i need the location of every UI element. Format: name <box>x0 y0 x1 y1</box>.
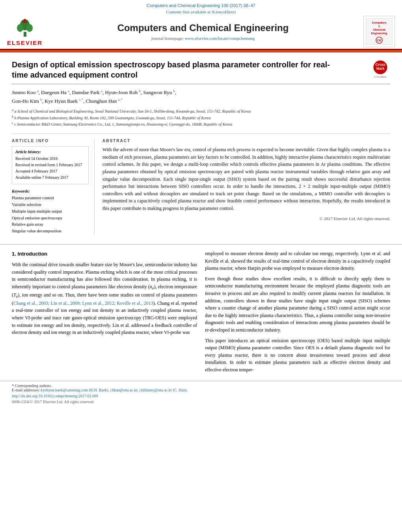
svg-point-3 <box>26 24 33 32</box>
svg-rect-5 <box>24 19 26 22</box>
received-date: Received 14 October 2016 <box>15 156 85 162</box>
contents-link: Contents lists available at ScienceDirec… <box>0 9 402 14</box>
available-date: Available online 7 February 2017 <box>15 174 85 181</box>
page: Computers and Chemical Engineering 100 (… <box>0 0 402 532</box>
authors-line: Junmo Koo a, Daegeun Ha a, Damdae Park a… <box>12 88 390 106</box>
abstract-text: With the advent of more than Moore's law… <box>102 146 390 212</box>
volume-text: Computers and Chemical Engineering 100 (… <box>147 3 255 8</box>
doi-line[interactable]: http://dx.doi.org/10.1016/j.compchemeng.… <box>0 392 402 400</box>
volume-line: Computers and Chemical Engineering 100 (… <box>0 3 402 8</box>
intro-para1: With the continual drive towards smaller… <box>12 261 197 336</box>
corresponding-authors-note: * Corresponding authors. <box>12 384 390 388</box>
keywords-title: Keywords: <box>12 189 89 193</box>
affiliation-c: c c Semiconductor R&D Center, Samsung El… <box>12 121 390 127</box>
keywords-section: Keywords: Plasma parameter control Varia… <box>12 189 89 235</box>
keyword-1: Plasma parameter control <box>12 195 89 202</box>
sciencedirect-link[interactable]: ScienceDirect <box>212 9 236 14</box>
body-text-section: 1. Introduction With the continual drive… <box>0 250 402 377</box>
accepted-date: Accepted 4 February 2017 <box>15 168 85 174</box>
crossmark[interactable]: Cross Mark CrossMark <box>370 59 390 79</box>
doi-url[interactable]: http://dx.doi.org/10.1016/j.compchemeng.… <box>12 394 98 398</box>
abstract-col: ABSTRACT With the advent of more than Mo… <box>102 139 390 235</box>
svg-text:CE: CE <box>377 39 382 42</box>
elsevier-logo: ELSEVIER <box>7 17 43 46</box>
cce-logo-icon: Computers & Chemical Engineering CE <box>366 18 393 45</box>
keyword-2: Variable selection <box>12 202 89 208</box>
journal-logo-right: Computers & Chemical Engineering CE <box>363 16 395 47</box>
copyright-line: © 2017 Elsevier Ltd. All rights reserved… <box>102 216 390 221</box>
article-info-col: ARTICLE INFO Article history: Received 1… <box>12 139 95 235</box>
journal-title: Computers and Chemical Engineering <box>43 22 363 34</box>
article-info-abstract-section: ARTICLE INFO Article history: Received 1… <box>12 133 390 235</box>
article-title: Design of optical emission spectroscopy … <box>12 59 343 80</box>
ref-chang-2003[interactable]: Chang et al., 2003; Lin et al., 2009; Ly… <box>13 300 153 306</box>
issn-line: 0098-1354/© 2017 Elsevier Ltd. All right… <box>0 400 402 404</box>
history-title: Article history: <box>15 150 85 154</box>
affiliation-a: a a School of Chemical and Biological En… <box>12 108 390 114</box>
crossmark-icon: Cross Mark <box>373 60 387 74</box>
elsevier-wordmark: ELSEVIER <box>7 39 43 46</box>
body-col-right: employed to measure electron density and… <box>205 250 390 377</box>
email-line: E-mail addresses: kyehyun.baek@samsung.c… <box>12 388 390 392</box>
svg-text:&: & <box>378 25 380 28</box>
received-revised-date: Received in revised form 1 February 2017 <box>15 162 85 168</box>
keyword-5: Relative gain array <box>12 221 89 228</box>
article-title-section: Design of optical emission spectroscopy … <box>12 59 390 84</box>
affiliation-b: b b Plasma Application Laboratory, Build… <box>12 115 390 121</box>
intro-heading: 1. Introduction <box>12 250 197 258</box>
contents-text: Contents lists available at <box>166 9 210 14</box>
header-center: Computers and Chemical Engineering journ… <box>43 22 363 41</box>
svg-text:Computers: Computers <box>372 21 387 24</box>
crossmark-label: CrossMark <box>374 75 386 78</box>
article-info-label: ARTICLE INFO <box>12 139 89 143</box>
body-col-left: 1. Introduction With the continual drive… <box>12 250 197 377</box>
article-history-box: Article history: Received 14 October 201… <box>12 146 89 184</box>
header-main: ELSEVIER Computers and Chemical Engineer… <box>0 16 402 47</box>
journal-header: Computers and Chemical Engineering 100 (… <box>0 0 402 52</box>
intro-para3: Even though those studies show excellent… <box>205 275 390 334</box>
footnote-area: * Corresponding authors. E-mail addresse… <box>0 381 402 392</box>
keyword-4: Optical emission spectroscopy <box>12 215 89 222</box>
section-divider <box>0 244 402 245</box>
intro-para4: This paper introduces an optical emissio… <box>205 337 390 374</box>
svg-text:Engineering: Engineering <box>371 32 387 35</box>
svg-text:Mark: Mark <box>376 67 385 70</box>
svg-text:Chemical: Chemical <box>373 28 385 31</box>
content-area: Design of optical emission spectroscopy … <box>0 52 402 239</box>
homepage-label: journal homepage: <box>151 36 184 41</box>
intro-para2: employed to measure electron density and… <box>205 250 390 272</box>
journal-homepage: journal homepage: www.elsevier.com/locat… <box>43 36 363 41</box>
abstract-label: ABSTRACT <box>102 139 390 143</box>
keyword-3: Multiple input multiple output <box>12 208 89 215</box>
email-label: E-mail addresses: <box>12 388 40 392</box>
elsevier-tree-icon <box>14 17 36 39</box>
email-addresses[interactable]: kyehyun.baek@samsung.com (K.H. Baek), ch… <box>41 388 188 392</box>
affiliations: a a School of Chemical and Biological En… <box>12 108 390 127</box>
keyword-6: Singular value decomposition <box>12 228 89 235</box>
svg-point-2 <box>17 24 23 32</box>
homepage-url[interactable]: www.elsevier.com/locate/compchemeng <box>185 36 255 41</box>
svg-text:Cross: Cross <box>375 63 385 67</box>
svg-rect-0 <box>24 32 26 37</box>
